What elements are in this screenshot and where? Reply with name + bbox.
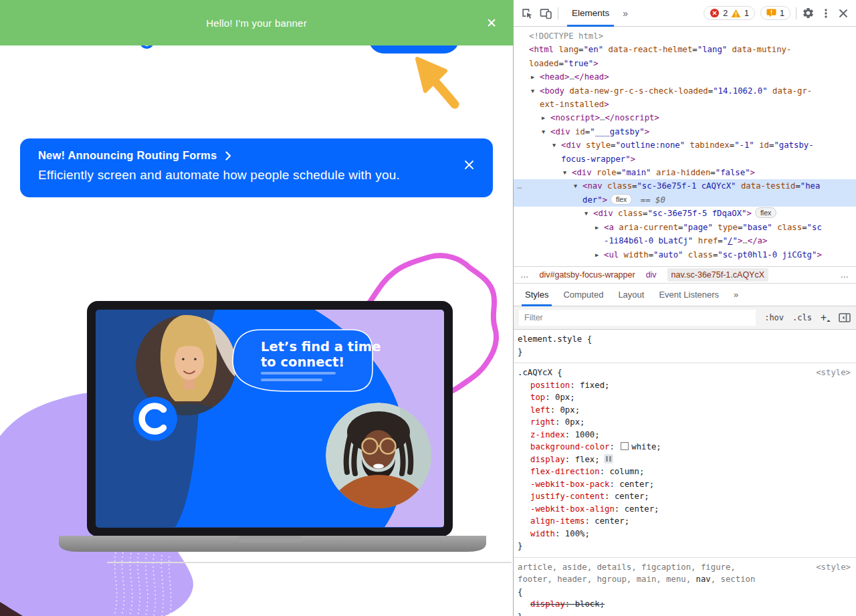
more-tabs-chevron[interactable]: » bbox=[623, 8, 629, 19]
pseudo-state-toggle[interactable]: :hov bbox=[764, 313, 784, 322]
announcement-title: New! Announcing Routing Forms bbox=[38, 149, 217, 162]
gear-icon[interactable] bbox=[802, 7, 815, 19]
breadcrumb-item[interactable]: div#gatsby-focus-wrapper bbox=[540, 270, 635, 280]
dom-tree-node[interactable]: …▼<nav class="sc-36e75f-1 cAQYcX" data-t… bbox=[514, 179, 856, 207]
css-property[interactable]: justify-content: center; bbox=[530, 490, 851, 503]
css-selector[interactable]: nav bbox=[696, 575, 711, 584]
css-property[interactable]: top: 0px; bbox=[530, 391, 851, 404]
issues-badge[interactable]: 1 bbox=[760, 6, 790, 20]
laptop-notch bbox=[238, 536, 302, 542]
top-banner-text: Hello! I'm your banner bbox=[206, 17, 307, 29]
announcement-title-row[interactable]: New! Announcing Routing Forms bbox=[38, 149, 231, 162]
css-selector[interactable]: footer, header, hgroup, main, menu, bbox=[518, 575, 696, 584]
color-swatch[interactable] bbox=[621, 442, 629, 450]
node-menu-dots[interactable]: … bbox=[517, 179, 522, 193]
expand-arrow-icon[interactable]: ▶ bbox=[542, 111, 550, 124]
tab-layout[interactable]: Layout bbox=[611, 284, 651, 306]
css-property[interactable]: flex-direction: column; bbox=[530, 466, 851, 478]
collapse-arrow-icon[interactable]: ▼ bbox=[542, 125, 550, 138]
bubble-text-line2: to connect! bbox=[261, 354, 344, 370]
dom-tree-node[interactable]: ▶<ul width="auto" class="sc-pt0hl1-0 jiC… bbox=[514, 248, 856, 262]
dom-tree-node[interactable]: ▶<a aria-current="page" type="base" clas… bbox=[514, 221, 856, 248]
laptop-screen: Let’s find a time to connect! bbox=[96, 310, 444, 528]
toolbar-divider bbox=[796, 7, 796, 19]
toolbar-divider bbox=[558, 7, 558, 19]
css-property[interactable]: background-color: white; bbox=[530, 441, 851, 453]
expand-arrow-icon[interactable]: ▶ bbox=[595, 221, 604, 234]
announcement-subtitle: Efficiently screen and automate how peop… bbox=[38, 168, 400, 183]
flex-editor-icon[interactable] bbox=[604, 454, 613, 464]
collapse-arrow-icon[interactable]: ▼ bbox=[552, 138, 561, 152]
flex-badge[interactable]: flex bbox=[755, 207, 776, 218]
styles-tab-bar: StylesComputedLayoutEvent Listeners» bbox=[514, 284, 856, 306]
styles-pane: element.style {}<style>.cAQYcX {position… bbox=[514, 330, 856, 616]
tab-computed[interactable]: Computed bbox=[556, 284, 611, 306]
laptop-shadow bbox=[107, 562, 512, 563]
css-selector[interactable]: , section bbox=[711, 575, 756, 584]
error-count: 2 bbox=[723, 9, 728, 18]
breadcrumb: … div#gatsby-focus-wrapperdivnav.sc-36e7… bbox=[514, 266, 856, 284]
bubble-text-line1: Let’s find a time bbox=[261, 339, 381, 354]
css-property[interactable]: position: fixed; bbox=[530, 379, 851, 392]
css-property[interactable]: z-index: 1000; bbox=[530, 429, 851, 441]
breadcrumb-more-left[interactable]: … bbox=[520, 270, 529, 280]
stylesheet-source-link[interactable]: <style> bbox=[816, 367, 851, 379]
banner-close-icon[interactable]: ✕ bbox=[486, 17, 497, 29]
css-property[interactable]: width: 100%; bbox=[530, 528, 851, 540]
collapse-arrow-icon[interactable]: ▼ bbox=[584, 207, 593, 220]
expand-arrow-icon[interactable]: ▶ bbox=[595, 248, 604, 262]
breadcrumb-item[interactable]: div bbox=[646, 270, 657, 280]
css-rule: element.style {} bbox=[514, 330, 856, 363]
css-selector[interactable]: article, aside, details, figcaption, fig… bbox=[518, 562, 736, 572]
error-icon bbox=[710, 8, 720, 18]
devtools-panel: Elements » 2 1 1 bbox=[513, 0, 856, 616]
dom-tree-node[interactable]: ▼<div style="outline:none" tabindex="-1"… bbox=[514, 138, 856, 166]
dom-tree: <!DOCTYPE html><html lang="en" data-reac… bbox=[514, 27, 856, 266]
css-selector[interactable]: element.style bbox=[518, 334, 582, 344]
inspect-element-icon[interactable] bbox=[520, 7, 534, 20]
tab-event-listeners[interactable]: Event Listeners bbox=[651, 284, 726, 306]
css-property[interactable]: display: block; bbox=[530, 598, 851, 611]
kebab-menu-icon[interactable] bbox=[820, 7, 832, 19]
hero-illustration: Let’s find a time to connect! bbox=[0, 247, 513, 616]
dock-sidebar-icon[interactable] bbox=[839, 312, 851, 323]
close-devtools-icon[interactable] bbox=[837, 7, 849, 19]
css-property[interactable]: display: flex; bbox=[530, 453, 851, 466]
dom-tree-node[interactable]: ▶<head>…</head> bbox=[514, 70, 856, 84]
dom-tree-node[interactable]: ▼<div id="___gatsby"> bbox=[514, 125, 856, 138]
flex-badge[interactable]: flex bbox=[611, 194, 632, 205]
collapse-arrow-icon[interactable]: ▼ bbox=[563, 166, 572, 179]
css-property[interactable]: align-items: center; bbox=[530, 515, 851, 528]
issues-icon bbox=[766, 8, 776, 18]
css-property[interactable]: right: 0px; bbox=[530, 416, 851, 429]
tab-elements[interactable]: Elements bbox=[564, 0, 617, 27]
css-property[interactable]: -webkit-box-align: center; bbox=[530, 503, 851, 516]
styles-filter-input[interactable] bbox=[519, 310, 756, 326]
new-style-rule-button[interactable]: + bbox=[821, 312, 830, 324]
breadcrumb-item[interactable]: nav.sc-36e75f-1.cAQYcX bbox=[667, 268, 768, 282]
css-property[interactable]: -webkit-box-pack: center; bbox=[530, 478, 851, 491]
bubble-placeholder-line bbox=[261, 372, 336, 375]
class-toggle[interactable]: .cls bbox=[792, 313, 812, 322]
breadcrumb-more-right[interactable]: … bbox=[841, 270, 850, 280]
dom-tree-node[interactable]: ▼<div class="sc-36e75f-5 fDqaOX">flex bbox=[514, 207, 856, 220]
device-toolbar-icon[interactable] bbox=[539, 7, 552, 20]
dom-tree-node[interactable]: ▼<div role="main" aria-hidden="false"> bbox=[514, 166, 856, 179]
css-property[interactable]: left: 0px; bbox=[530, 404, 851, 417]
styles-more-tabs-chevron[interactable]: » bbox=[726, 284, 747, 306]
collapse-arrow-icon[interactable]: ▼ bbox=[531, 84, 540, 98]
css-selector[interactable]: .cAQYcX bbox=[518, 368, 552, 377]
announcement-close-icon[interactable] bbox=[464, 160, 474, 170]
yellow-arrow-cursor bbox=[395, 52, 468, 112]
dom-tree-node[interactable]: ▼<body data-new-gr-c-s-check-loaded="14.… bbox=[514, 84, 856, 112]
dom-tree-node[interactable]: <html lang="en" data-react-helmet="lang"… bbox=[514, 43, 856, 70]
announcement-banner[interactable]: New! Announcing Routing Forms Efficientl… bbox=[20, 138, 493, 197]
tab-styles[interactable]: Styles bbox=[518, 284, 556, 306]
collapse-arrow-icon[interactable]: ▼ bbox=[574, 179, 582, 193]
stylesheet-source-link[interactable]: <style> bbox=[816, 561, 851, 574]
console-errors-badge[interactable]: 2 1 bbox=[704, 6, 755, 20]
dom-tree-node[interactable]: <!DOCTYPE html> bbox=[514, 29, 856, 43]
chevron-right-icon bbox=[225, 151, 231, 161]
dom-tree-node[interactable]: ▶<noscript>…</noscript> bbox=[514, 111, 856, 124]
expand-arrow-icon[interactable]: ▶ bbox=[531, 70, 540, 84]
